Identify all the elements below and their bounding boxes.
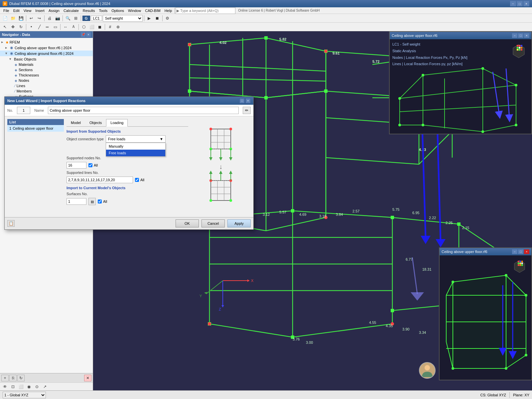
nav-lines[interactable]: ⁄ Lines (0, 83, 93, 88)
lines-icon: ⁄ (15, 84, 15, 88)
nav-basic-objects[interactable]: ▾ Basic Objects (0, 56, 93, 62)
lower-sub-max[interactable]: □ (518, 249, 523, 254)
supported-nodes-input[interactable] (66, 162, 86, 169)
move-btn[interactable]: ✥ (9, 24, 17, 30)
open-btn[interactable]: 📁 (9, 15, 17, 22)
nav-sections[interactable]: ◈ Sections (0, 67, 93, 72)
svg-line-120 (437, 123, 441, 241)
nav-close-btn[interactable]: × (86, 32, 91, 37)
surface-btn[interactable]: ▭ (52, 24, 59, 30)
lower-sub-close[interactable]: × (524, 249, 529, 254)
tab-model[interactable]: Model (66, 119, 85, 126)
annotation-btn[interactable]: Ａ (70, 24, 77, 30)
surfaces-all-checkbox[interactable] (98, 200, 102, 203)
list-item-1[interactable]: 1 Ceiling above upper floor (7, 125, 64, 132)
dropdown-trigger[interactable]: Free loads ▼ (106, 135, 166, 143)
nav-project-upper[interactable]: ▸ ◉ Ceiling above upper floor.rf6 | 2024 (0, 45, 93, 51)
apply-button[interactable]: Apply (227, 219, 251, 227)
surfaces-picker-btn[interactable]: ▤ (88, 198, 96, 205)
menu-tools[interactable]: Tools (97, 8, 109, 13)
menu-window[interactable]: Window (126, 8, 143, 13)
nav-view-4[interactable]: ◉ (25, 383, 33, 390)
print-btn[interactable]: 🖨 (46, 15, 53, 22)
grid-btn[interactable]: # (106, 24, 114, 30)
nav-thicknesses[interactable]: ◈ Thicknesses (0, 72, 93, 78)
nav-view-2[interactable]: ⊡ (9, 383, 17, 390)
tab-loading[interactable]: Loading (106, 119, 128, 127)
nav-sections-label: Sections (19, 68, 33, 72)
footer-icon-1[interactable]: 📋 (7, 220, 15, 227)
tab-objects[interactable]: Objects (85, 119, 106, 126)
nav-materials[interactable]: ◈ Materials (0, 62, 93, 67)
tb2-sep4 (105, 24, 105, 30)
menu-options[interactable]: Options (109, 8, 126, 13)
run-btn[interactable]: ▶ (146, 15, 153, 22)
load-case-select[interactable]: Self weight (103, 15, 143, 22)
nav-nodes-label: Nodes (19, 78, 29, 82)
menu-file[interactable]: File (1, 8, 11, 13)
zoom-btn[interactable]: 🔍 (64, 15, 71, 22)
load-wizard-dialog[interactable]: New Load Wizard | Import Support Reactio… (4, 96, 254, 230)
dimension-btn[interactable]: ↔ (62, 24, 69, 30)
save-btn[interactable]: 💾 (17, 15, 25, 22)
undo-btn[interactable]: ↩ (28, 15, 35, 22)
member-btn[interactable]: ═ (44, 24, 51, 30)
fit-btn[interactable]: ⊞ (72, 15, 79, 22)
nodes-all-checkbox[interactable] (88, 163, 92, 167)
nav-view-3[interactable]: ⬜ (17, 383, 25, 390)
menu-edit[interactable]: Edit (11, 8, 22, 13)
line-btn[interactable]: ╱ (36, 24, 43, 30)
rotate-btn[interactable]: ↻ (17, 24, 25, 30)
render-btn[interactable]: ◼ (96, 24, 103, 30)
close-button[interactable]: × (523, 1, 529, 6)
select-btn[interactable]: ↖ (1, 24, 9, 30)
menu-cadbim[interactable]: CAD-BIM (143, 8, 162, 13)
nav-copy-btn[interactable]: ⎘ (9, 375, 17, 381)
menu-results[interactable]: Results (81, 8, 97, 13)
wireframe-btn[interactable]: ⬜ (88, 24, 95, 30)
dropdown-selected-value: Free loads (108, 137, 125, 141)
ok-button[interactable]: OK (176, 219, 199, 227)
nav-item-rfem[interactable]: ▸ ■ RFEM (0, 39, 93, 45)
lines-all-checkbox[interactable] (135, 178, 139, 182)
menu-help[interactable]: Help (163, 8, 174, 13)
nav-delete-btn[interactable]: ✕ (84, 375, 91, 381)
settings-btn[interactable]: ⚙ (164, 15, 171, 22)
lower-subwindow-controls: − □ × (512, 249, 529, 254)
nav-add-btn[interactable]: + (1, 375, 9, 381)
nav-members[interactable]: ⁄ Members (0, 88, 93, 94)
view3d-btn[interactable]: ⬡ (80, 24, 87, 30)
cancel-button[interactable]: Cancel (201, 219, 225, 227)
search-input[interactable] (176, 7, 235, 14)
dropdown-option-manually[interactable]: Manually (106, 143, 165, 150)
minimize-button[interactable]: − (510, 1, 516, 6)
surfaces-input[interactable] (66, 198, 86, 205)
nav-pin-btn[interactable]: 📌 (81, 32, 85, 37)
dialog-close-btn[interactable]: × (245, 98, 251, 103)
lower-sub-min[interactable]: − (512, 249, 517, 254)
nav-refresh-btn[interactable]: ↻ (17, 375, 25, 381)
maximize-button[interactable]: □ (517, 1, 523, 6)
node-btn[interactable]: • (28, 24, 35, 30)
menu-assign[interactable]: Assign (47, 8, 62, 13)
new-btn[interactable]: 📄 (1, 15, 9, 22)
dropdown-option-freeloads[interactable]: Free loads (106, 150, 165, 156)
stop-btn[interactable]: ⏹ (154, 15, 161, 22)
connection-type-dropdown[interactable]: Free loads ▼ Manually Free loads (106, 135, 166, 143)
coord-system-select[interactable]: 1 - Global XYZ (3, 392, 46, 398)
supported-lines-input[interactable] (66, 177, 133, 183)
menu-view[interactable]: View (22, 8, 34, 13)
nav-view-1[interactable]: 👁 (1, 383, 9, 390)
screenshot-btn[interactable]: 📷 (54, 15, 61, 22)
snap-btn[interactable]: ⊕ (114, 24, 122, 30)
nav-view-5[interactable]: ⊙ (33, 383, 41, 390)
redo-btn[interactable]: ↪ (36, 15, 43, 22)
edit-name-btn[interactable]: ✏ (243, 107, 251, 114)
menu-insert[interactable]: Insert (33, 8, 47, 13)
nav-nodes[interactable]: ◈ Nodes (0, 78, 93, 83)
svg-marker-36 (514, 260, 525, 273)
dialog-maximize-btn[interactable]: □ (239, 98, 245, 103)
nav-project-ground[interactable]: ▾ ◉ Ceiling above ground floor.rf6 | 202… (0, 51, 93, 56)
menu-calculate[interactable]: Calculate (62, 8, 81, 13)
nav-view-6[interactable]: ↗ (41, 383, 49, 390)
